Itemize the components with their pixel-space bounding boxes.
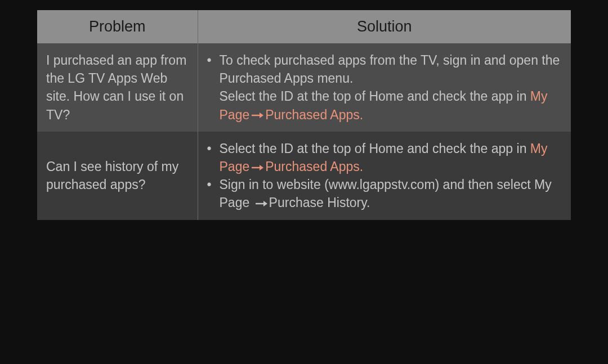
svg-marker-1 xyxy=(260,113,263,118)
bullet-item: • To check purchased apps from the TV, s… xyxy=(207,51,561,124)
nav-suffix: . xyxy=(360,159,363,174)
table-row: Can I see history of my purchased apps? … xyxy=(37,132,571,220)
bullet-text: To check purchased apps from the TV, sig… xyxy=(220,51,561,124)
arrow-icon xyxy=(251,111,263,119)
problem-text: I purchased an app from the LG TV Apps W… xyxy=(37,43,198,132)
bullet-item: • Select the ID at the top of Home and c… xyxy=(207,140,561,176)
table-header-row: Problem Solution xyxy=(37,10,571,43)
nav-suffix: . xyxy=(360,107,363,122)
table-row: I purchased an app from the LG TV Apps W… xyxy=(37,43,571,132)
solution-cell: • To check purchased apps from the TV, s… xyxy=(198,43,571,132)
troubleshooting-table: Problem Solution I purchased an app from… xyxy=(37,10,571,220)
solution-text: Select the ID at the top of Home and che… xyxy=(220,89,530,104)
nav-path-to: Purchase History xyxy=(269,195,366,210)
bullet-icon: • xyxy=(207,176,220,194)
svg-marker-3 xyxy=(260,165,263,170)
solution-cell: • Select the ID at the top of Home and c… xyxy=(198,132,571,220)
bullet-text: Sign in to website (www.lgappstv.com) an… xyxy=(220,176,561,212)
header-problem: Problem xyxy=(37,10,198,43)
arrow-icon xyxy=(255,200,267,208)
nav-path-to: Purchased Apps xyxy=(265,159,360,174)
bullet-item: • Sign in to website (www.lgappstv.com) … xyxy=(207,176,561,212)
solution-text: Select the ID at the top of Home and che… xyxy=(220,141,530,156)
nav-suffix: . xyxy=(366,195,370,210)
bullet-icon: • xyxy=(207,140,220,158)
header-solution: Solution xyxy=(198,10,571,43)
solution-text: To check purchased apps from the TV, sig… xyxy=(220,53,560,86)
arrow-icon xyxy=(251,164,263,172)
bullet-icon: • xyxy=(207,51,220,69)
svg-marker-5 xyxy=(263,201,267,206)
bullet-text: Select the ID at the top of Home and che… xyxy=(220,140,561,176)
nav-path-to: Purchased Apps xyxy=(265,107,360,122)
problem-text: Can I see history of my purchased apps? xyxy=(37,132,198,220)
